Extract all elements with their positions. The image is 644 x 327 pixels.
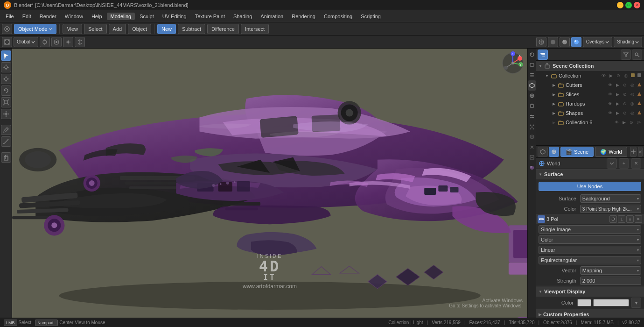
menu-shading[interactable]: Shading (230, 13, 256, 20)
outliner-item-hardops[interactable]: ▶ Hardops 👁 ▶ ⊙ ◎ (536, 99, 644, 108)
viewport-shading-render[interactable] (571, 37, 581, 47)
mapping-dropdown[interactable]: Mapping ▾ (580, 266, 641, 275)
add-menu[interactable]: Add (109, 24, 126, 34)
proportional-editing-icon[interactable] (51, 37, 62, 47)
props-tab-scene[interactable] (528, 80, 536, 91)
outliner-item-slices[interactable]: ▶ Slices 👁 ▶ ⊙ ◎ (536, 90, 644, 99)
interpolation-dropdown[interactable]: Linear ▾ (539, 246, 641, 254)
outliner-select-shapes[interactable]: ▶ (614, 110, 621, 116)
props-header-extra[interactable] (630, 147, 637, 157)
subtract-button[interactable]: Subtract (178, 24, 205, 34)
surface-section-header[interactable]: ▼ Surface (536, 169, 644, 179)
scene-collection-header[interactable]: ▼ Scene Collection (536, 61, 644, 71)
shading-dropdown[interactable]: Shading (614, 37, 642, 47)
transform-tool-button[interactable] (1, 109, 11, 119)
props-icon-scene[interactable] (538, 147, 548, 157)
viewport-color-swatch[interactable] (577, 299, 591, 306)
navigation-gizmo[interactable]: X Y Z (501, 51, 525, 75)
transform-pivot-icon[interactable] (63, 37, 73, 47)
outliner-arrow-hardops[interactable]: ▶ (552, 101, 556, 106)
menu-animation[interactable]: Animation (257, 13, 287, 20)
outliner-visibility-hardops[interactable]: 👁 (607, 100, 613, 107)
menu-scripting[interactable]: Scripting (357, 13, 385, 20)
viewport-shading-solid[interactable] (548, 37, 558, 47)
outliner-arrow-cutters[interactable]: ▶ (552, 83, 556, 87)
custom-props-header[interactable]: ▶ Custom Properties (536, 309, 644, 318)
props-tab-render[interactable] (528, 50, 536, 60)
view-menu[interactable]: View (63, 24, 82, 34)
outliner-filter-btn[interactable] (621, 50, 631, 60)
surface-type-dropdown[interactable]: Background ▾ (580, 194, 641, 203)
outliner-hide-shapes[interactable]: ⊙ (622, 110, 628, 116)
viewport-shading-material[interactable] (560, 37, 570, 47)
menu-window[interactable]: Window (61, 13, 87, 20)
menu-compositing[interactable]: Compositing (320, 13, 356, 20)
viewport-shading-wire[interactable] (536, 37, 546, 47)
cursor-tool-button[interactable] (1, 62, 11, 72)
intersect-button[interactable]: Intersect (241, 24, 269, 34)
props-tab-data[interactable] (528, 152, 536, 163)
measure-tool-button[interactable] (1, 136, 11, 147)
outliner-render-cutters[interactable]: ◎ (629, 82, 636, 88)
menu-texture-paint[interactable]: Texture Paint (191, 13, 229, 20)
rotate-tool-button[interactable] (1, 85, 11, 96)
outliner-visibility-shapes[interactable]: 👁 (607, 110, 613, 116)
outliner-arrow-slices[interactable]: ▶ (552, 92, 556, 97)
props-tab-particles[interactable] (528, 121, 536, 132)
outliner-render-slices[interactable]: ◎ (629, 91, 636, 98)
snap-icon[interactable] (40, 37, 50, 47)
overlays-dropdown[interactable]: Overlays (583, 37, 612, 47)
world-unlink-btn[interactable]: ✕ (631, 158, 641, 169)
outliner-arrow-collection6[interactable]: ▶ (552, 120, 556, 125)
node-unlink-btn[interactable]: ✕ (635, 215, 642, 223)
projection-dropdown[interactable]: Equirectangular ▾ (539, 256, 641, 264)
props-tab-physics[interactable] (528, 132, 536, 142)
world-browse-btn[interactable] (607, 158, 617, 169)
props-tab-constraints[interactable] (528, 142, 536, 152)
object-mode-dropdown[interactable]: Object Mode (14, 24, 56, 34)
menu-file[interactable]: File (2, 13, 18, 20)
annotate-tool-button[interactable] (1, 125, 11, 135)
props-tab-material[interactable] (528, 163, 536, 173)
outliner-item-collection[interactable]: ▼ Collection 👁 ▶ ⊙ ◎ (536, 71, 644, 80)
outliner-select-collection6[interactable]: ▶ (621, 119, 627, 126)
mode-selector-icon[interactable] (2, 24, 12, 34)
outliner-visibility-collection[interactable]: 👁 (600, 72, 607, 79)
object-menu[interactable]: Object (128, 24, 151, 34)
scene-tab[interactable]: 🎬 Scene (560, 147, 594, 157)
outliner-view-btn[interactable] (538, 50, 548, 60)
scale-tool-button[interactable] (1, 97, 11, 107)
select-menu[interactable]: Select (84, 24, 107, 34)
color-node-dropdown[interactable]: 3 Point Sharp High 2k... ▾ (580, 205, 641, 213)
props-header-close[interactable]: ✕ (638, 147, 643, 157)
viewport-3d[interactable]: INSIDE 4D IT www.artofdarmar.com Activat… (12, 49, 527, 318)
props-tab-output[interactable] (528, 60, 536, 70)
viewport-color-picker[interactable]: ▾ (631, 298, 641, 308)
outliner-render-collection6[interactable]: ◎ (636, 119, 642, 126)
outliner-item-shapes[interactable]: ▶ Shapes 👁 ▶ ⊙ ◎ (536, 108, 644, 118)
select-tool-button[interactable] (1, 50, 11, 61)
global-dropdown[interactable]: Global (14, 37, 38, 47)
outliner-visibility-collection6[interactable]: 👁 (613, 119, 620, 126)
outliner-render-collection[interactable]: ◎ (623, 72, 629, 79)
outliner-hide-cutters[interactable]: ⊙ (622, 82, 628, 88)
outliner-item-cutters[interactable]: ▶ Cutters 👁 ▶ ⊙ ◎ (536, 80, 644, 90)
props-tab-object[interactable] (528, 101, 536, 111)
outliner-hide-slices[interactable]: ⊙ (622, 91, 628, 98)
outliner-arrow-shapes[interactable]: ▶ (552, 111, 556, 115)
world-add-btn[interactable]: + (619, 158, 629, 169)
difference-button[interactable]: Difference (207, 24, 239, 34)
close-button[interactable]: ✕ (634, 2, 640, 8)
outliner-render-shapes[interactable]: ◎ (629, 110, 636, 116)
add-cube-tool[interactable] (1, 152, 11, 163)
outliner-item-collection6[interactable]: ▶ Collection 6 👁 ▶ ⊙ ◎ (536, 118, 644, 127)
outliner-hide-collection6[interactable]: ⊙ (628, 119, 635, 126)
menu-render[interactable]: Render (36, 13, 60, 20)
viewport-color-bar[interactable] (593, 299, 629, 306)
maximize-button[interactable]: □ (625, 2, 632, 8)
minimize-button[interactable]: ─ (617, 2, 623, 8)
outliner-visibility-cutters[interactable]: 👁 (607, 82, 613, 88)
props-tab-world[interactable] (528, 91, 536, 101)
menu-edit[interactable]: Edit (19, 13, 35, 20)
props-tab-modifiers[interactable] (528, 111, 536, 121)
